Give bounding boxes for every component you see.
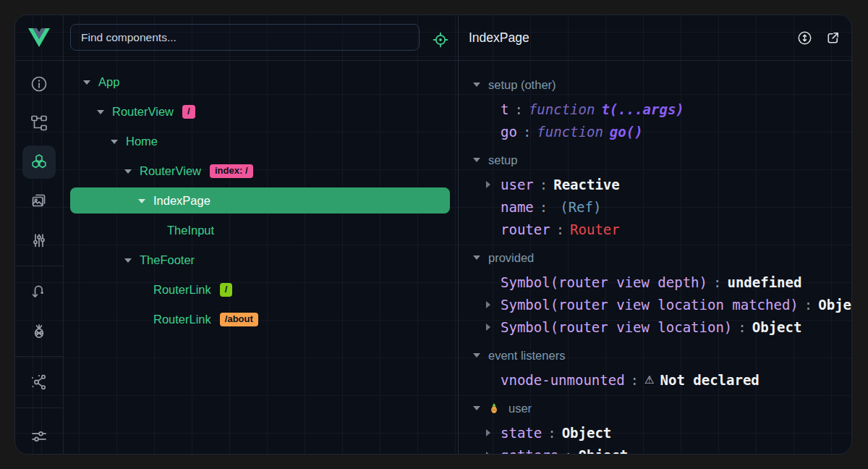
state-section-header[interactable]: provided <box>459 245 852 271</box>
tree-row[interactable]: IndexPage <box>64 186 458 216</box>
key-value-separator: : <box>548 425 556 441</box>
state-value: Object <box>818 297 852 313</box>
key-value-separator: : <box>556 221 564 237</box>
state-value: Object <box>752 319 802 335</box>
crosshair-target-icon[interactable] <box>431 30 450 52</box>
state-value: Object <box>562 425 612 441</box>
state-key: go <box>501 124 517 140</box>
pinia-pineapple-icon <box>488 402 500 414</box>
component-name: RouterView <box>112 105 174 119</box>
section-label: setup <box>488 153 517 167</box>
state-row[interactable]: getters:Object <box>459 444 852 454</box>
expand-toggle-icon[interactable] <box>137 199 145 203</box>
state-row[interactable]: user:Reactive <box>459 173 852 195</box>
key-value-separator: : <box>804 297 812 313</box>
state-section-header[interactable]: event listeners <box>459 342 852 368</box>
expand-toggle-icon[interactable] <box>486 181 490 188</box>
tree-row[interactable]: RouterView/ <box>64 97 458 127</box>
expand-toggle-icon[interactable] <box>96 110 104 114</box>
key-value-separator: : <box>523 124 531 140</box>
collapse-toggle-icon <box>473 158 480 162</box>
component-name: TheInput <box>167 224 214 237</box>
tree-row[interactable]: TheFooter <box>64 245 458 275</box>
sidebar-item-timeline[interactable] <box>15 221 63 260</box>
state-row: go:functiongo() <box>459 120 852 143</box>
state-key: Symbol(router view location) <box>501 319 732 335</box>
state-row[interactable]: state:Object <box>459 421 852 444</box>
key-value-separator: : <box>540 199 548 215</box>
state-section-header[interactable]: setup <box>459 147 852 173</box>
component-name: TheFooter <box>140 253 195 267</box>
state-key: vnode-unmounted <box>501 372 625 388</box>
sidebar-item-overview[interactable] <box>15 64 63 103</box>
state-row[interactable]: Symbol(router view location):Object <box>459 316 852 338</box>
sidebar-item-router[interactable] <box>15 272 63 311</box>
state-key: user <box>501 177 534 193</box>
expand-toggle-icon[interactable] <box>486 301 490 308</box>
sidebar-item-components[interactable] <box>15 143 63 182</box>
tree-row[interactable]: TheInput <box>64 216 458 245</box>
info-icon <box>30 75 48 93</box>
expand-toggle-icon[interactable] <box>486 452 490 455</box>
component-tree: AppRouterView/HomeRouterViewindex: /Inde… <box>64 67 458 334</box>
component-name: App <box>98 75 119 89</box>
expand-toggle-icon[interactable] <box>486 429 490 436</box>
sidebar-nav <box>15 60 63 455</box>
org-tree-icon <box>30 114 48 132</box>
vue-logo[interactable] <box>15 15 63 60</box>
component-tree-panel: AppRouterView/HomeRouterViewindex: /Inde… <box>64 15 458 454</box>
state-section: userstate:Objectgetters:Object <box>459 395 852 454</box>
state-value: Router <box>570 221 620 237</box>
expand-toggle-icon[interactable] <box>124 169 132 174</box>
section-label: user <box>509 402 532 415</box>
key-value-separator: : <box>738 319 746 335</box>
panel-divider[interactable] <box>458 15 459 454</box>
component-name: IndexPage <box>153 194 210 208</box>
state-section-header[interactable]: setup (other) <box>459 72 852 98</box>
state-key: name <box>501 199 534 215</box>
state-key: state <box>501 425 542 441</box>
state-row[interactable]: Symbol(router view location matched):Obj… <box>459 293 852 316</box>
expand-toggle-icon[interactable] <box>124 258 132 263</box>
component-name: RouterLink <box>153 283 211 297</box>
hexagons-icon <box>22 145 56 179</box>
state-section: providedSymbol(router view depth):undefi… <box>459 245 852 338</box>
sidebar <box>15 15 64 454</box>
tree-row[interactable]: RouterLink/ <box>64 275 458 305</box>
state-row: name:(Ref) <box>459 195 852 218</box>
key-value-separator: : <box>540 177 548 193</box>
expand-toggle-icon[interactable] <box>486 324 490 331</box>
tree-row[interactable]: App <box>64 67 458 97</box>
key-value-separator: : <box>564 447 572 455</box>
tree-row[interactable]: Home <box>64 127 458 156</box>
sidebar-item-assets[interactable] <box>15 182 63 221</box>
sidebar-divider <box>15 407 63 408</box>
section-label: event listeners <box>488 349 565 363</box>
state-value: Not declared <box>660 372 760 388</box>
key-value-separator: : <box>514 101 522 117</box>
sidebar-item-settings[interactable] <box>15 414 63 455</box>
state-key: Symbol(router view location matched) <box>501 297 799 313</box>
route-badge: / <box>182 105 195 119</box>
inspector-title: IndexPage <box>469 30 796 46</box>
sidebar-item-graph[interactable] <box>15 363 63 402</box>
tree-row[interactable]: RouterViewindex: / <box>64 156 458 186</box>
scroll-to-component-icon[interactable] <box>796 30 813 46</box>
route-badge: index: / <box>210 164 253 178</box>
key-value-separator: : <box>631 372 639 388</box>
tree-row[interactable]: RouterLink/about <box>64 305 458 334</box>
open-in-editor-icon[interactable] <box>825 30 841 46</box>
component-name: RouterLink <box>153 313 211 326</box>
search-input[interactable] <box>70 24 420 51</box>
state-section-header[interactable]: user <box>459 395 852 421</box>
sidebar-item-pinia[interactable] <box>15 311 63 350</box>
sidebar-divider <box>15 266 63 266</box>
sidebar-item-component-tree[interactable] <box>15 103 63 143</box>
key-value-separator: : <box>713 274 721 290</box>
section-label: provided <box>488 251 534 265</box>
router-hook-icon <box>30 282 48 301</box>
state-panel-content: setup (other)t:functiont(...args)go:func… <box>459 60 852 454</box>
header-divider <box>15 60 851 61</box>
expand-toggle-icon[interactable] <box>82 80 90 85</box>
expand-toggle-icon[interactable] <box>110 140 118 144</box>
